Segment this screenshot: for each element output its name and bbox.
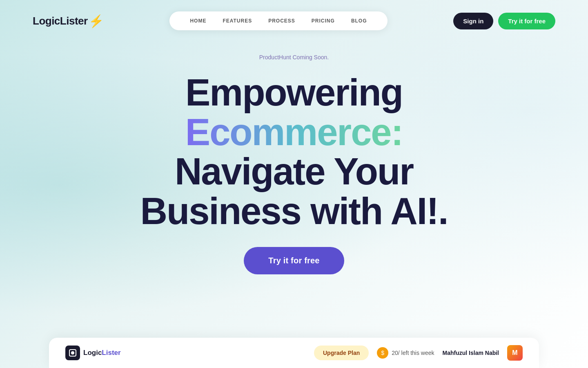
- hero-line2: Ecommerce:: [140, 112, 448, 152]
- nav-pricing[interactable]: PRICING: [303, 16, 343, 26]
- nav-process[interactable]: PROCESS: [260, 16, 303, 26]
- nav-actions: Sign in Try it for free: [453, 13, 555, 29]
- nav-features[interactable]: FEATURES: [214, 16, 260, 26]
- upgrade-plan-button[interactable]: Upgrade Plan: [314, 346, 369, 360]
- brand-name: LogicLister: [33, 15, 88, 27]
- try-free-hero-button[interactable]: Try it for free: [244, 247, 344, 274]
- app-bar-brand-accent: Lister: [102, 349, 120, 357]
- app-bar-brand-name: LogicLister: [83, 349, 121, 357]
- navbar: LogicLister ⚡ HOME FEATURES PROCESS PRIC…: [0, 0, 588, 42]
- nav-home[interactable]: HOME: [182, 16, 214, 26]
- hero-line1: Empowering: [140, 73, 448, 112]
- app-bar-logo-icon: [65, 346, 80, 360]
- credits-text: 20/ left this week: [392, 350, 434, 356]
- credits-info: $ 20/ left this week: [377, 347, 434, 359]
- producthunt-badge: ProductHunt Coming Soon.: [259, 54, 329, 61]
- nav-blog[interactable]: BLOG: [343, 16, 375, 26]
- app-bar-brand-regular: Logic: [83, 349, 102, 357]
- hero-line3: Navigate Your: [140, 152, 448, 191]
- user-name: Mahfuzul Islam Nabil: [443, 350, 499, 356]
- try-free-nav-button[interactable]: Try it for free: [498, 13, 555, 29]
- user-avatar: M: [507, 345, 523, 361]
- hero-ecommerce-word: Ecommerce:: [185, 111, 403, 153]
- logo[interactable]: LogicLister ⚡: [33, 14, 104, 28]
- signin-button[interactable]: Sign in: [453, 13, 493, 29]
- app-bar-logo: LogicLister: [65, 346, 121, 360]
- credits-icon: $: [377, 347, 388, 359]
- hero-title: Empowering Ecommerce: Navigate Your Busi…: [140, 73, 448, 231]
- hero-line4: Business with AI!.: [140, 191, 448, 231]
- user-avatar-initials: M: [512, 349, 517, 357]
- nav-links-container: HOME FEATURES PROCESS PRICING BLOG: [169, 11, 387, 30]
- hero-section: ProductHunt Coming Soon. Empowering Ecom…: [0, 42, 588, 274]
- lightning-icon: ⚡: [89, 14, 104, 28]
- app-bar: LogicLister Upgrade Plan $ 20/ left this…: [49, 338, 539, 368]
- app-bar-right: Upgrade Plan $ 20/ left this week Mahfuz…: [314, 345, 523, 361]
- svg-point-1: [71, 351, 74, 355]
